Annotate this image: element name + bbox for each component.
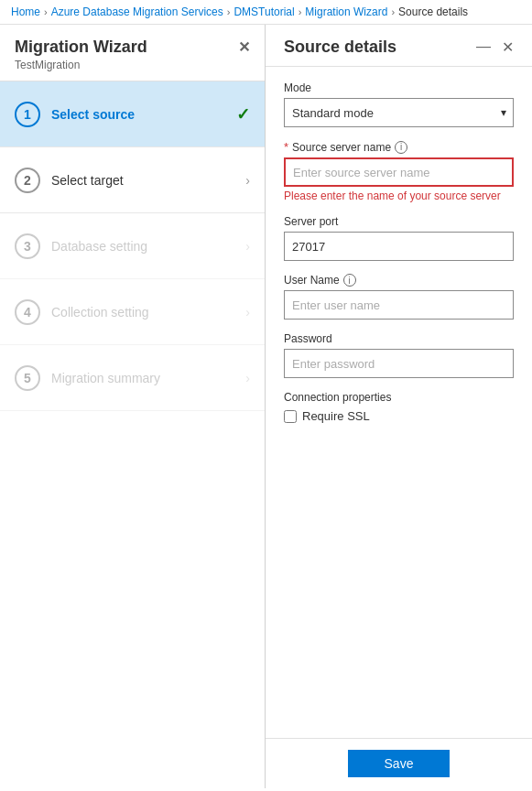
window-minimize-button[interactable]: — xyxy=(476,38,491,56)
wizard-step-4: 4 Collection setting › xyxy=(0,279,265,345)
server-name-group: Source server name i Please enter the na… xyxy=(284,140,514,202)
sep-2: › xyxy=(227,6,231,17)
sep-3: › xyxy=(299,6,302,17)
right-content: Mode Standard mode Expert mode ▾ Source … xyxy=(266,67,532,738)
connection-props-group: Connection properties Require SSL xyxy=(284,391,514,423)
step-label-2: Select target xyxy=(51,173,245,188)
password-label: Password xyxy=(284,332,514,345)
wizard-close-button[interactable]: ✕ xyxy=(238,38,250,56)
server-port-group: Server port xyxy=(284,215,514,261)
step-chevron-icon-5: › xyxy=(245,371,250,385)
server-name-label: Source server name i xyxy=(284,140,514,154)
step-label-4: Collection setting xyxy=(51,305,245,320)
server-name-error-message: Please enter the name of your source ser… xyxy=(284,190,514,202)
connection-props-label: Connection properties xyxy=(284,391,514,404)
breadcrumb-home[interactable]: Home xyxy=(11,5,40,18)
password-input[interactable] xyxy=(284,349,514,378)
mode-select-wrapper: Standard mode Expert mode ▾ xyxy=(284,98,514,127)
right-header: Source details — ✕ xyxy=(266,25,532,67)
step-chevron-icon-3: › xyxy=(245,239,250,254)
right-footer: Save xyxy=(266,738,532,788)
wizard-title: Migration Wizard xyxy=(15,38,147,57)
username-input[interactable] xyxy=(284,290,514,320)
breadcrumb-dmstutorial[interactable]: DMSTutorial xyxy=(233,5,294,18)
require-ssl-row: Require SSL xyxy=(284,409,514,423)
breadcrumb-source-details: Source details xyxy=(398,5,468,18)
password-group: Password xyxy=(284,332,514,378)
username-label: User Name i xyxy=(284,274,514,287)
left-panel: Migration Wizard ✕ TestMigration 1 Selec… xyxy=(0,25,266,788)
source-details-title: Source details xyxy=(284,38,396,57)
step-number-5: 5 xyxy=(15,365,40,391)
sep-4: › xyxy=(391,6,395,17)
step-chevron-icon-4: › xyxy=(245,305,250,320)
wizard-steps: 1 Select source ✓ 2 Select target › 3 Da… xyxy=(0,81,265,788)
step-number-2: 2 xyxy=(15,168,40,193)
window-controls: — ✕ xyxy=(476,38,514,56)
breadcrumb-migration-wizard[interactable]: Migration Wizard xyxy=(305,5,387,18)
main-container: Migration Wizard ✕ TestMigration 1 Selec… xyxy=(0,25,532,788)
username-group: User Name i xyxy=(284,274,514,320)
wizard-subtitle: TestMigration xyxy=(15,59,250,71)
step-check-icon-1: ✓ xyxy=(236,104,250,125)
wizard-step-2[interactable]: 2 Select target › xyxy=(0,147,265,213)
server-name-info-icon[interactable]: i xyxy=(395,141,407,154)
step-number-3: 3 xyxy=(15,233,40,259)
step-label-5: Migration summary xyxy=(51,371,245,385)
server-port-label: Server port xyxy=(284,215,514,228)
breadcrumb-dms[interactable]: Azure Database Migration Services xyxy=(51,5,223,18)
save-button[interactable]: Save xyxy=(348,750,451,777)
step-label-3: Database setting xyxy=(51,239,245,254)
server-name-input[interactable] xyxy=(284,157,514,187)
step-number-4: 4 xyxy=(15,299,40,325)
server-port-input[interactable] xyxy=(284,232,514,261)
wizard-step-3: 3 Database setting › xyxy=(0,213,265,279)
mode-label: Mode xyxy=(284,81,514,94)
require-ssl-label[interactable]: Require SSL xyxy=(302,409,370,423)
step-number-1: 1 xyxy=(15,102,40,127)
step-label-1: Select source xyxy=(51,107,236,122)
require-ssl-checkbox[interactable] xyxy=(284,410,297,423)
mode-group: Mode Standard mode Expert mode ▾ xyxy=(284,81,514,127)
sep-1: › xyxy=(44,6,48,17)
step-chevron-icon-2: › xyxy=(245,173,250,188)
wizard-step-5: 5 Migration summary › xyxy=(0,345,265,411)
breadcrumb: Home › Azure Database Migration Services… xyxy=(0,0,532,25)
wizard-step-1[interactable]: 1 Select source ✓ xyxy=(0,81,265,147)
username-info-icon[interactable]: i xyxy=(343,274,356,287)
window-close-button[interactable]: ✕ xyxy=(502,38,514,56)
right-panel: Source details — ✕ Mode Standard mode Ex… xyxy=(266,25,532,788)
wizard-header: Migration Wizard ✕ TestMigration xyxy=(0,25,265,81)
mode-select[interactable]: Standard mode Expert mode xyxy=(284,98,514,127)
